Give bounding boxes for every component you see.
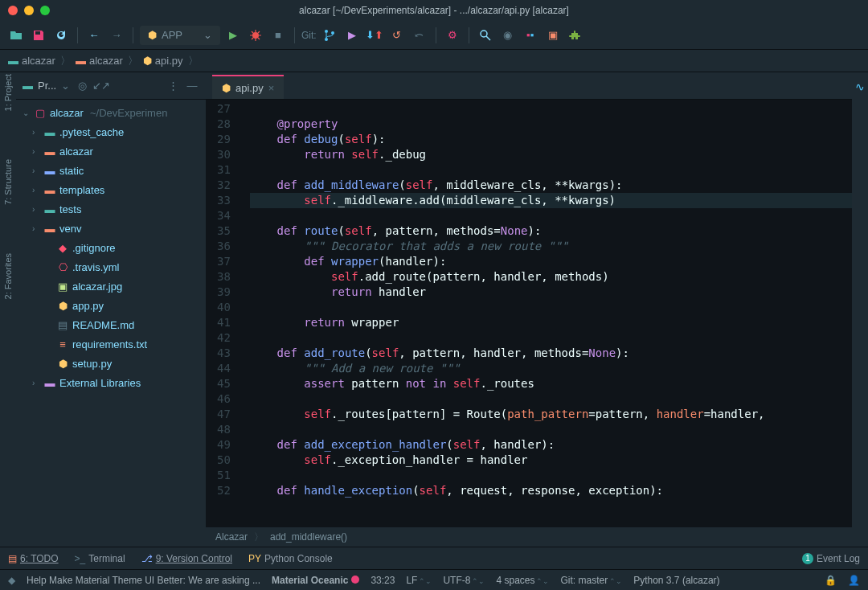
git-rollback-icon[interactable]: ⤺ [410, 26, 429, 45]
editor-tab[interactable]: ⬢ api.py × [212, 75, 284, 99]
tree-root[interactable]: ⌄ ▢ alcazar ~/DevExperimen [16, 103, 206, 122]
file-icon: ▬ [43, 203, 56, 215]
maximize-window-button[interactable] [40, 6, 50, 15]
breadcrumb-item[interactable]: ⬢api.py [143, 55, 183, 67]
run-config-selector[interactable]: ⬢ APP ⌄ [140, 26, 220, 45]
lock-icon[interactable]: 🔒 [825, 575, 837, 586]
back-icon[interactable]: ← [84, 26, 104, 45]
git-update-icon[interactable]: ⬇⬆ [365, 26, 384, 45]
stop-icon[interactable]: ■ [268, 26, 288, 45]
window-title: alcazar [~/DevExperiments/alcazar] - ...… [299, 5, 569, 16]
save-icon[interactable] [29, 26, 48, 45]
tree-node[interactable]: ›▬.pytest_cache [16, 122, 206, 141]
chevron-down-icon: ⌄ [203, 29, 212, 41]
svg-point-1 [252, 32, 259, 39]
settings-icon[interactable]: ⚙ [443, 26, 462, 45]
forward-icon[interactable]: → [107, 26, 126, 45]
tree-label: .pytest_cache [59, 126, 124, 138]
run-icon[interactable]: ▶ [223, 26, 243, 45]
tree-label: .travis.yml [72, 261, 120, 273]
tree-label: venv [59, 223, 81, 235]
cursor-position[interactable]: 33:23 [371, 575, 395, 586]
expand-icon: › [32, 147, 40, 156]
more-icon[interactable]: ⋮ [166, 79, 180, 93]
expand-icon: › [32, 186, 40, 195]
code-content[interactable]: @property def debug(self): return self._… [239, 100, 852, 527]
terminal-tool[interactable]: >_Terminal [75, 553, 125, 564]
chevron-right-icon: 〉 [128, 54, 138, 68]
tree-node[interactable]: ›▬venv [16, 219, 206, 238]
svg-point-2 [325, 30, 328, 33]
favorites-tool-tab[interactable]: 2: Favorites [3, 253, 13, 299]
tree-node[interactable]: ⬢setup.py [16, 354, 206, 373]
tree-node[interactable]: ›▬alcazar [16, 141, 206, 161]
todo-tool[interactable]: ▤6: TODO [8, 553, 59, 564]
theme-indicator[interactable]: Material Oceanic [272, 575, 359, 586]
status-bar: ◆ Help Make Material Theme UI Better: We… [0, 569, 868, 590]
expand-icon: › [32, 224, 40, 233]
target-icon[interactable]: ◎ [75, 79, 89, 93]
folder-icon: ▬ [8, 55, 18, 67]
tree-node[interactable]: ≡requirements.txt [16, 334, 206, 354]
main-toolbar: ← → ⬢ APP ⌄ ▶ ■ Git: ▶ ⬇⬆ ↺ ⤺ ⚙ ◉ ▪▪ ▣ [0, 21, 868, 50]
atom-icon[interactable]: ▣ [543, 26, 563, 45]
tree-node[interactable]: ›▬tests [16, 199, 206, 219]
git-history-icon[interactable]: ↺ [387, 26, 407, 45]
puzzle-icon[interactable] [566, 26, 585, 45]
breadcrumb-item[interactable]: ▬alcazar [8, 55, 55, 67]
tree-node[interactable]: ▣alcazar.jpg [16, 277, 206, 296]
tree-label: .gitignore [72, 242, 115, 254]
vcs-tool[interactable]: ⎇9: Version Control [141, 553, 232, 564]
svg-point-5 [481, 31, 487, 37]
debug-icon[interactable] [246, 26, 265, 45]
tree-node[interactable]: ⎔.travis.yml [16, 257, 206, 277]
tree-node[interactable]: ›▬templates [16, 180, 206, 199]
tree-node[interactable]: ›▬static [16, 161, 206, 180]
search-icon[interactable] [476, 26, 495, 45]
expand-icon: ⌄ [23, 109, 31, 117]
right-gutter: ∿ [852, 72, 868, 547]
external-libraries[interactable]: › ▬ External Libraries [16, 373, 206, 392]
expand-icon: › [32, 128, 40, 137]
breadcrumb-item[interactable]: ▬alcazar [76, 55, 123, 67]
tree-node[interactable]: ▤README.md [16, 315, 206, 334]
encoding[interactable]: UTF-8⌃⌄ [443, 575, 485, 586]
git-branch-icon[interactable] [320, 26, 339, 45]
project-tool-tab[interactable]: 1: Project [3, 74, 13, 111]
minimize-window-button[interactable] [24, 6, 34, 15]
chevron-right-icon: 〉 [254, 531, 264, 544]
python-interpreter[interactable]: Python 3.7 (alcazar) [633, 575, 719, 586]
crumb-item[interactable]: add_middleware() [270, 531, 347, 543]
open-icon[interactable] [6, 26, 26, 45]
material-icon[interactable]: ▪▪ [521, 26, 540, 45]
target-icon[interactable]: ◉ [498, 26, 518, 45]
collapse-icon[interactable]: ↙↗ [94, 79, 108, 93]
file-icon: ◆ [56, 242, 69, 254]
crumb-item[interactable]: Alcazar [215, 531, 248, 543]
file-icon: ▬ [43, 126, 56, 138]
window-controls [8, 6, 50, 15]
python-console-tool[interactable]: PYPython Console [248, 553, 333, 564]
close-tab-icon[interactable]: × [268, 82, 275, 94]
structure-tool-tab[interactable]: 7: Structure [3, 159, 13, 205]
project-panel-header: ▬ Pr... ⌄ ◎ ↙↗ ⋮ — [16, 72, 206, 100]
status-icon[interactable]: ◆ [8, 575, 15, 586]
chevron-down-icon[interactable]: ⌄ [61, 80, 70, 92]
refresh-icon[interactable] [51, 26, 71, 45]
python-icon: ⬢ [143, 55, 152, 67]
code-area[interactable]: 2728293031323334353637383940414243444546… [206, 100, 852, 527]
person-icon[interactable]: 👤 [848, 575, 860, 586]
project-panel: ▬ Pr... ⌄ ◎ ↙↗ ⋮ — ⌄ ▢ alcazar ~/DevExpe… [16, 72, 206, 547]
file-icon: ▣ [56, 281, 69, 293]
indent[interactable]: 4 spaces⌃⌄ [496, 575, 549, 586]
git-branch[interactable]: Git: master⌃⌄ [560, 575, 622, 586]
close-window-button[interactable] [8, 6, 18, 15]
git-commit-icon[interactable]: ▶ [342, 26, 362, 45]
event-log-tool[interactable]: 1Event Log [802, 553, 860, 564]
git-label: Git: [301, 30, 317, 41]
tree-node[interactable]: ⬢app.py [16, 296, 206, 315]
inspection-icon[interactable]: ∿ [855, 80, 865, 93]
tree-node[interactable]: ◆.gitignore [16, 238, 206, 257]
line-ending[interactable]: LF⌃⌄ [406, 575, 432, 586]
minimize-icon[interactable]: — [185, 79, 199, 93]
